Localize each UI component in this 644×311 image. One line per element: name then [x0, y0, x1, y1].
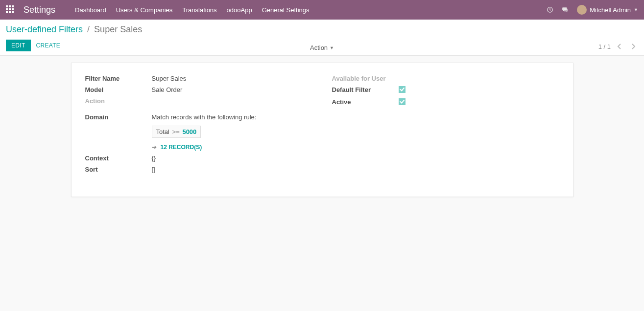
form-sheet: Filter Name Super Sales Model Sale Order… [71, 63, 573, 197]
checkbox-active[interactable] [399, 98, 405, 105]
domain-value: 5000 [182, 128, 196, 135]
arrow-right-icon: ➔ [152, 144, 157, 151]
pager: 1 / 1 [598, 42, 638, 51]
pager-next[interactable] [628, 42, 638, 51]
caret-down-icon: ▼ [330, 45, 334, 50]
breadcrumb-current: Super Sales [94, 24, 142, 34]
domain-rule: Total >= 5000 [152, 126, 201, 138]
breadcrumb-parent[interactable]: User-defined Filters [6, 24, 83, 34]
create-button[interactable]: CREATE [31, 40, 66, 51]
content: Filter Name Super Sales Model Sale Order… [0, 56, 644, 217]
label-context: Context [85, 155, 152, 162]
pager-prev[interactable] [615, 42, 624, 51]
nav-item-odooapp[interactable]: odooApp [227, 6, 252, 14]
label-available-for-user: Available for User [332, 75, 399, 82]
value-filter-name: Super Sales [152, 75, 187, 82]
form-left-column: Filter Name Super Sales Model Sale Order… [85, 75, 312, 177]
activity-icon[interactable] [547, 6, 553, 13]
breadcrumb: User-defined Filters / Super Sales [6, 24, 638, 35]
pager-text: 1 / 1 [598, 43, 611, 50]
value-context: {} [152, 155, 156, 162]
discuss-icon[interactable] [561, 6, 569, 13]
value-domain: Match records with the following rule: T… [152, 113, 257, 151]
records-link[interactable]: ➔ 12 RECORD(S) [152, 144, 257, 151]
label-sort: Sort [85, 166, 152, 173]
apps-icon[interactable] [6, 5, 15, 14]
label-filter-name: Filter Name [85, 75, 152, 82]
caret-down-icon: ▼ [634, 7, 638, 12]
label-action: Action [85, 97, 152, 105]
label-active: Active [332, 98, 399, 106]
user-menu[interactable]: Mitchell Admin ▼ [577, 5, 638, 15]
nav-item-users-companies[interactable]: Users & Companies [116, 6, 173, 14]
domain-operator: >= [172, 128, 180, 135]
value-model: Sale Order [152, 86, 183, 93]
nav-item-general-settings[interactable]: General Settings [262, 6, 310, 14]
form-right-column: Available for User Default Filter Active [332, 75, 559, 177]
breadcrumb-separator: / [87, 24, 90, 34]
user-name: Mitchell Admin [590, 6, 631, 14]
domain-description: Match records with the following rule: [152, 113, 257, 121]
avatar [577, 5, 587, 15]
navbar: Settings Dashboard Users & Companies Tra… [0, 0, 644, 20]
nav-right: Mitchell Admin ▼ [547, 5, 638, 15]
control-panel: User-defined Filters / Super Sales EDIT … [0, 20, 644, 56]
edit-button[interactable]: EDIT [6, 40, 31, 51]
checkbox-default-filter[interactable] [399, 86, 405, 93]
nav-item-dashboard[interactable]: Dashboard [75, 6, 106, 14]
domain-field: Total [156, 128, 169, 135]
nav-menu: Dashboard Users & Companies Translations… [75, 6, 309, 14]
app-brand: Settings [24, 5, 55, 15]
value-sort: [] [152, 166, 155, 173]
action-menu[interactable]: Action ▼ [310, 44, 334, 51]
label-domain: Domain [85, 113, 152, 121]
label-model: Model [85, 86, 152, 93]
nav-item-translations[interactable]: Translations [182, 6, 216, 14]
action-menu-label: Action [310, 44, 328, 51]
label-default-filter: Default Filter [332, 86, 399, 93]
records-count: 12 RECORD(S) [161, 144, 202, 151]
